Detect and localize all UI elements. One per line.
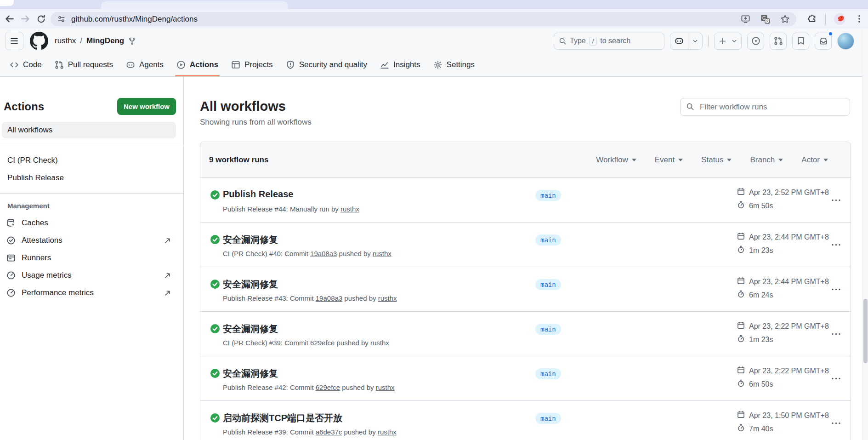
commit-link[interactable]: 19a08a3 [316, 294, 342, 302]
tab-label: Agents [139, 60, 164, 69]
translate-icon[interactable]: G文 [760, 14, 770, 24]
user-link[interactable]: rusthx [378, 428, 397, 436]
kebab-menu-icon[interactable] [828, 328, 844, 340]
new-workflow-button[interactable]: New workflow [117, 98, 176, 115]
tab-insights[interactable]: Insights [375, 53, 425, 76]
search-icon [559, 37, 567, 45]
search-placeholder-suffix: to search [600, 37, 630, 45]
commit-link[interactable]: 629efce [310, 339, 335, 347]
github-logo-icon[interactable] [30, 32, 48, 50]
run-duration: 7m 40s [749, 425, 773, 433]
external-link-icon [164, 289, 171, 297]
run-desc-text: Publish Release #44: Manually run by [223, 205, 340, 213]
inbox-icon[interactable] [815, 33, 832, 50]
play-circle-icon [176, 60, 186, 69]
run-title-link[interactable]: Publish Release [223, 189, 293, 200]
branch-badge[interactable]: main [535, 324, 561, 335]
pull-request-icon[interactable] [770, 33, 787, 50]
tab-projects[interactable]: Projects [226, 53, 278, 76]
tab-actions[interactable]: Actions [171, 53, 223, 76]
verified-icon [6, 236, 16, 245]
sidebar-item-runners[interactable]: Runners [0, 249, 183, 267]
run-desc-text: Publish Release #39: Commit [223, 428, 316, 436]
browser-tab[interactable] [101, 1, 288, 9]
user-link[interactable]: rusthx [378, 294, 397, 302]
branch-badge[interactable]: main [535, 368, 561, 379]
run-title-link[interactable]: 安全漏洞修复 [223, 367, 278, 380]
filter-workflow[interactable]: Workflow [596, 155, 636, 165]
create-chevron-down-icon[interactable] [731, 33, 741, 49]
filter-branch[interactable]: Branch [750, 155, 783, 165]
calendar-icon [737, 277, 745, 286]
kebab-menu-icon[interactable] [828, 283, 844, 295]
menu-icon[interactable] [5, 32, 23, 50]
branch-badge[interactable]: main [535, 413, 561, 424]
site-info-icon[interactable] [57, 15, 66, 23]
kebab-menu-icon[interactable] [828, 239, 844, 251]
branch-badge[interactable]: main [535, 234, 561, 246]
run-description: Publish Release #44: Manually run by rus… [223, 205, 359, 213]
sidebar-item-all-workflows[interactable]: All workflows [2, 122, 176, 138]
branch-badge[interactable]: main [535, 279, 561, 290]
server-icon [6, 253, 16, 263]
sidebar-item-usage-metrics[interactable]: Usage metrics [0, 267, 183, 284]
sidebar-item-performance-metrics[interactable]: Performance metrics [0, 284, 183, 302]
copilot-chevron-down-icon[interactable] [688, 33, 702, 49]
run-title-link[interactable]: 安全漏洞修复 [223, 323, 278, 335]
kebab-menu-icon[interactable] [828, 417, 844, 429]
install-icon[interactable] [741, 14, 750, 24]
browser-menu-icon[interactable] [852, 12, 866, 26]
run-desc-text: Publish Release #42: Commit [223, 383, 316, 391]
sidebar-item-attestations[interactable]: Attestations [0, 232, 183, 249]
commit-link[interactable]: a6de37c [316, 428, 342, 436]
tab-pull-requests[interactable]: Pull requests [50, 53, 118, 76]
tab-agents[interactable]: Agents [121, 53, 169, 76]
browser-profile-avatar[interactable] [833, 12, 846, 26]
sidebar-item-caches[interactable]: Caches [0, 214, 183, 232]
plus-icon[interactable] [715, 33, 731, 49]
kebab-menu-icon[interactable] [828, 194, 844, 206]
back-icon[interactable] [3, 12, 17, 26]
scrollbar-thumb[interactable] [863, 299, 868, 363]
user-link[interactable]: rusthx [370, 339, 389, 347]
breadcrumb-owner[interactable]: rusthx [55, 36, 76, 46]
extensions-icon[interactable] [805, 12, 819, 26]
sidebar-item-ci-pr-check[interactable]: CI (PR Check) [0, 152, 183, 169]
run-title-link[interactable]: 启动前探测TCP端口是否开放 [223, 412, 342, 424]
table-icon [231, 60, 240, 69]
reload-icon[interactable] [34, 12, 48, 26]
filter-actor[interactable]: Actor [801, 155, 828, 165]
run-title-link[interactable]: 安全漏洞修复 [223, 234, 278, 246]
user-link[interactable]: rusthx [373, 250, 391, 257]
chevron-down-icon [823, 159, 828, 161]
run-meta: Apr 23, 2:22 PM GMT+8 6m 50s [737, 366, 829, 389]
user-avatar[interactable] [837, 33, 854, 50]
sidebar-item-publish-release[interactable]: Publish Release [0, 169, 183, 187]
tab-settings[interactable]: Settings [428, 53, 480, 76]
global-search-input[interactable]: Type / to search [554, 33, 664, 50]
run-desc-text: CI (PR Check) #39: Commit [223, 339, 310, 347]
bookmark-star-icon[interactable] [780, 14, 790, 24]
run-title-link[interactable]: 安全漏洞修复 [223, 278, 278, 291]
issues-icon[interactable] [747, 33, 764, 50]
tab-label: Pull requests [68, 60, 113, 69]
run-date: Apr 23, 2:22 PM GMT+8 [749, 367, 829, 375]
breadcrumb-repo[interactable]: MingDeng [86, 36, 124, 46]
commit-link[interactable]: 19a08a3 [310, 250, 337, 257]
tab-code[interactable]: Code [5, 53, 47, 76]
forward-icon[interactable] [18, 12, 32, 26]
user-link[interactable]: rusthx [376, 383, 395, 391]
kebab-menu-icon[interactable] [828, 372, 844, 384]
filter-status[interactable]: Status [701, 155, 732, 165]
header-divider [708, 35, 709, 46]
filter-event[interactable]: Event [655, 155, 683, 165]
branch-badge[interactable]: main [535, 190, 561, 201]
address-bar[interactable]: github.com/rusthx/MingDeng/actions G文 [51, 12, 796, 26]
user-link[interactable]: rusthx [340, 205, 359, 213]
tab-security-and-quality[interactable]: Security and quality [281, 53, 372, 76]
bookmark-icon[interactable] [792, 33, 809, 50]
url-text[interactable]: github.com/rusthx/MingDeng/actions [71, 15, 741, 24]
copilot-icon[interactable] [670, 33, 688, 49]
filter-workflow-runs-input[interactable] [680, 98, 850, 116]
commit-link[interactable]: 629efce [316, 383, 340, 391]
